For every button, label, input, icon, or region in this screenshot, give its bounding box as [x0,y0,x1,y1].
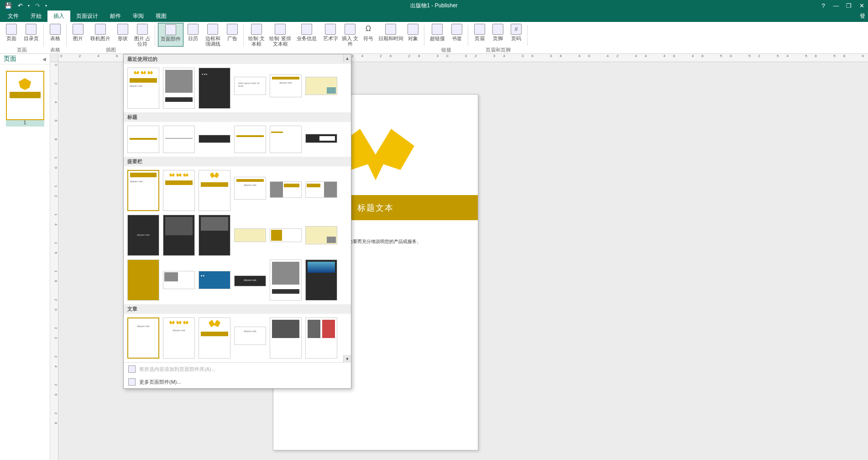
gallery-item[interactable] [305,134,337,143]
gallery-item[interactable] [234,228,266,242]
gallery-item[interactable]: ■ ■ [199,271,230,289]
gallery-item[interactable] [305,317,337,359]
gallery-item[interactable] [234,126,266,153]
gallery-item[interactable] [305,181,337,198]
login-label[interactable]: 登 [860,12,865,20]
collapse-panel-icon[interactable]: ◀ [42,57,46,62]
page-number-label: 1 [6,120,44,127]
gallery-scroll-area[interactable]: 最近使用过的 aliquam erat ■ ■ ■ lorem ipsum do… [124,54,351,362]
close-button[interactable]: ✕ [855,1,868,11]
undo-dropdown[interactable]: ▾ [26,1,31,11]
gallery-item[interactable] [305,259,337,301]
page-number-button[interactable]: #页码 [507,23,525,47]
gallery-item[interactable]: aliquam erat [127,170,159,211]
redo-button[interactable]: ↷ [32,1,43,11]
gallery-item[interactable]: ■ ■ ■ [199,68,230,109]
page-panel-header: 页面 ◀ [0,54,50,64]
gallery-item[interactable] [199,215,230,256]
tab-file[interactable]: 文件 [2,11,25,22]
help-button[interactable]: ? [817,1,830,11]
maximize-button[interactable]: ❐ [842,1,855,11]
shapes-button[interactable]: 形状 [114,23,131,47]
calendar-button[interactable]: 日历 [184,23,202,47]
gallery-item[interactable]: lorem ipsum dolor sit amet [234,77,266,95]
more-page-parts-item[interactable]: 更多页面部件(M)... [124,375,351,388]
gallery-item[interactable] [163,215,195,256]
gallery-item[interactable] [163,170,195,211]
table-button[interactable]: 表格 [47,23,64,47]
page-button[interactable]: 页面 [3,23,20,47]
tab-design[interactable]: 页面设计 [70,11,104,22]
page-navigation-panel: 页面 ◀ 1 [0,54,50,460]
section-recent: 最近使用过的 [124,54,351,64]
gallery-item[interactable] [270,228,302,242]
gallery-item[interactable] [305,226,337,244]
business-info-button[interactable]: 业务信息 [294,23,319,47]
gallery-item[interactable]: aliquam erat [163,317,195,359]
page-parts-gallery: ▲ 最近使用过的 aliquam erat ■ ■ ■ lorem ipsum … [123,54,351,389]
header-button[interactable]: 页眉 [471,23,488,47]
wordart-button[interactable]: 艺术字 [320,23,340,47]
gallery-item[interactable]: aliquam erat [127,215,159,256]
gallery-item[interactable] [270,126,302,153]
gallery-item[interactable] [199,135,230,143]
undo-button[interactable]: ↶ [15,1,26,11]
section-pullquotes: 提要栏 [124,157,351,166]
gallery-item[interactable] [270,317,302,359]
tab-home[interactable]: 开始 [25,11,47,22]
gallery-item[interactable]: aliquam erat [127,68,159,109]
hyperlink-button[interactable]: 超链接 [427,23,447,47]
gallery-item[interactable]: aliquam erat [127,317,159,359]
gallery-item[interactable] [163,271,195,289]
placeholder-button[interactable]: 图片 占位符 [132,23,152,47]
gallery-item[interactable] [199,170,230,211]
minimize-button[interactable]: — [830,1,842,11]
workspace: 页面 ◀ 1 0 2 4 6 8 10 12 14 16 18 20 22 24… [0,54,868,460]
gallery-item[interactable] [127,259,159,301]
gallery-scroll-down[interactable]: ▼ [343,355,351,363]
qat-customize[interactable]: ▾ [44,1,48,11]
textbox-button[interactable]: 绘制 文本框 [246,23,267,47]
gallery-scroll-up[interactable]: ▲ [343,54,351,62]
gallery-item[interactable] [163,126,195,153]
group-header-footer: 页眉 页脚 #页码 页眉和页脚 [468,22,528,53]
bookmark-button[interactable]: 书签 [448,23,465,47]
page-thumbnail[interactable] [6,71,44,120]
add-icon [128,365,136,373]
save-button[interactable]: 💾 [3,1,14,11]
title-bar: 💾 ↶ ▾ ↷ ▾ 出版物1 - Publisher ? — ❐ ✕ [0,0,868,11]
tab-review[interactable]: 审阅 [127,11,150,22]
gallery-item[interactable] [270,259,302,301]
group-building-blocks: 页面部件 日历 边框和 强调线 广告 [155,22,244,53]
object-button[interactable]: 对象 [404,23,422,47]
footer-button[interactable]: 页脚 [489,23,507,47]
page-thumbnail-list: 1 [0,64,50,133]
gallery-item[interactable] [199,317,230,359]
tab-insert[interactable]: 插入 [47,11,70,22]
gallery-item[interactable] [163,68,195,109]
vertical-textbox-button[interactable]: 绘制 竖排文本框 [267,23,293,47]
gallery-item[interactable]: aliquam erat [270,74,302,97]
add-to-library-item: 将所选内容添加到页面部件库(A)... [124,363,351,375]
picture-button[interactable]: 图片 [69,23,87,47]
group-text: 绘制 文本框 绘制 竖排文本框 业务信息 艺术字 插入 文件 Ω符号 日期和时间… [244,22,424,53]
window-controls: ? — ❐ ✕ [817,1,868,11]
section-articles: 文章 [124,304,351,314]
gallery-item[interactable]: aliquam erat [234,327,266,345]
tab-mail[interactable]: 邮件 [104,11,127,22]
gallery-item[interactable]: aliquam erat [234,177,266,200]
gallery-item[interactable] [270,181,302,198]
page-parts-button[interactable]: 页面部件 [158,23,183,47]
gallery-item[interactable]: aliquam erat [234,275,266,286]
tab-view[interactable]: 视图 [150,11,173,22]
ads-button[interactable]: 广告 [224,23,241,47]
datetime-button[interactable]: 日期和时间 [378,23,403,47]
gallery-item[interactable] [305,77,337,95]
ribbon: 页面 目录页 页面 表格 表格 图片 联机图片 形状 图片 占位符 插图 页面部… [0,22,868,54]
online-picture-button[interactable]: 联机图片 [88,23,113,47]
symbol-button[interactable]: Ω符号 [360,23,377,47]
catalog-page-button[interactable]: 目录页 [21,23,41,47]
border-accent-button[interactable]: 边框和 强调线 [203,23,223,47]
gallery-item[interactable] [127,126,159,153]
insert-file-button[interactable]: 插入 文件 [341,23,359,47]
